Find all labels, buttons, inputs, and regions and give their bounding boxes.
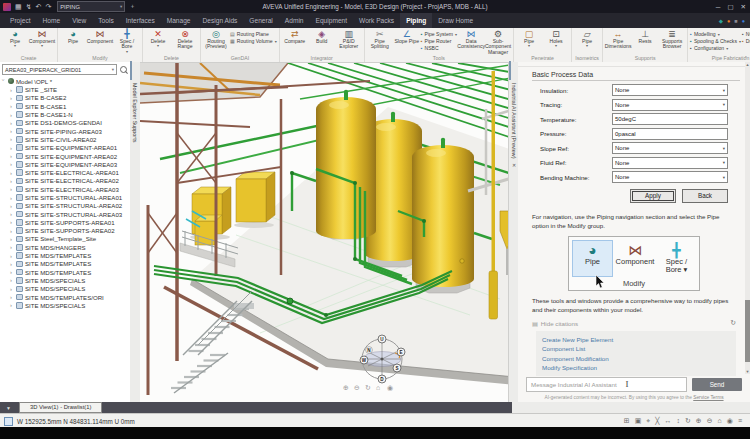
redo-icon[interactable]: ↷ [45,3,51,10]
orbit-icon[interactable]: ◉ [387,384,393,391]
configuration-button[interactable]: ▪Configuration▾ [690,45,741,51]
add-workspace-icon[interactable]: ＋ [129,3,135,10]
chevron-collapsed-icon[interactable]: › [10,170,14,176]
chevron-collapsed-icon[interactable]: › [10,302,14,308]
tab-general[interactable]: General [243,13,278,28]
scroll-up-icon[interactable]: ▲ [745,62,750,67]
citation-link[interactable]: Create New Pipe Element [542,335,730,344]
chevron-collapsed-icon[interactable]: › [10,103,14,109]
chevron-collapsed-icon[interactable]: › [10,136,14,142]
chevron-collapsed-icon[interactable]: › [10,236,14,242]
tree-item[interactable]: ›SITE MDS/TEMPLATES/ORI [2,293,130,301]
chevron-collapsed-icon[interactable]: › [10,277,14,283]
compass-south[interactable]: S [395,366,398,371]
penetrate-pipe-button[interactable]: ▢Pipe▾ [516,29,542,48]
scroll-down-icon[interactable]: ▼ [745,369,750,374]
diamond-status-icon[interactable]: ◆ [719,18,723,24]
undo-icon[interactable]: ↶ [36,3,42,10]
rotate-icon[interactable]: ↻ [685,417,691,425]
chevron-collapsed-icon[interactable]: › [10,211,14,217]
citation-link[interactable]: Modify Specification [542,363,730,372]
coordinate-lock-checkbox[interactable] [4,417,13,426]
tab-tools[interactable]: Tools [92,13,119,28]
holes-button[interactable]: ⊡Holes▾ [543,29,569,48]
tree-item[interactable]: ›SITE SITE-ELECTRICAL-AREA02 [2,177,130,185]
chevron-collapsed-icon[interactable]: › [10,120,14,126]
tree-item[interactable]: ›SITE SITE-PIPING-AREA03 [2,127,130,135]
spec-bore-tile[interactable]: ╋Spec / Bore ▾ [657,240,696,277]
chevron-collapsed-icon[interactable]: › [10,195,14,201]
chevron-collapsed-icon[interactable]: › [10,228,14,234]
compass-east[interactable]: E [399,350,402,355]
info-status-icon[interactable]: ● [742,18,745,24]
chevron-collapsed-icon[interactable]: › [10,128,14,134]
insulation-select[interactable]: None▾ [612,84,728,96]
pressure-input[interactable]: 0pascal [612,128,728,140]
tree-item[interactable]: ›SITE B-CASE2 [2,94,130,102]
chevron-collapsed-icon[interactable]: › [10,219,14,225]
component-modify-tile[interactable]: ⋈Component [616,240,655,277]
square-status-icon[interactable]: ■ [734,18,737,24]
nc-data-button[interactable]: ▪NC Data [742,31,750,37]
component-create-button[interactable]: ⋈Component▾ [29,29,55,48]
chevron-collapsed-icon[interactable]: › [10,294,14,300]
slope-pipe-button[interactable]: ∠Slope Pipe [394,29,420,44]
zoom-in-icon[interactable]: ⊕ [696,417,702,425]
chevron-collapsed-icon[interactable]: › [10,161,14,167]
save-icon[interactable]: ▦ [15,3,22,10]
routing-volume-button[interactable]: ▦Routing Volume▾ [230,38,277,44]
workspace-combo[interactable]: PIPING ▾ [57,1,125,12]
tree-item[interactable]: ›SITE SITE-EQUIPMENT-AREA02 [2,152,130,160]
restore-button[interactable]: ▢ [727,3,733,11]
tree-item[interactable]: ›SITE MDS/SPECIALS [2,276,130,284]
assistant-icon[interactable] [509,61,511,80]
tree-item[interactable]: ›SITE Steel_Template_Site [2,235,130,243]
tab-3d-view[interactable]: 3D View(1) - Drawlist(1) [19,402,102,413]
tab-home[interactable]: Home [37,13,67,28]
pipe-dimensions-button[interactable]: ↔Pipe Dimensions [605,29,631,50]
clip-icon[interactable]: ╳ [655,417,659,425]
citation-link[interactable]: Component List [542,344,730,353]
3d-viewport[interactable]: U D W S E N ⊕ ⊖ [140,62,508,403]
tree-item[interactable]: ›SITE MDS/TEMPLATES [2,260,130,268]
snapshot-icon[interactable]: ▣ [635,417,642,425]
tree-item[interactable]: ›SITE B-CASE1-N [2,110,130,118]
tree-item[interactable]: ›SITE B-CASE1 [2,102,130,110]
chevron-collapsed-icon[interactable]: › [10,203,14,209]
spooling-checks-button[interactable]: ▪Spooling & Checks▾ [690,38,741,44]
tab-equipment[interactable]: Equipment [310,13,354,28]
chevron-collapsed-icon[interactable]: › [10,269,14,275]
temperature-input[interactable]: 50degC [612,113,728,125]
tab-industrial-ai-assistant[interactable]: Industrial AI Assistant (Preview) [511,83,517,159]
nsbc-button[interactable]: ▪NSBC [421,45,457,51]
minimize-button[interactable]: ─ [716,3,721,10]
scrollbar-thumb[interactable] [745,300,750,362]
drawings-button[interactable]: ▪Drawings▾ [742,38,750,44]
chevron-collapsed-icon[interactable]: › [10,87,14,93]
tab-manage[interactable]: Manage [161,13,197,28]
pipe-system-button[interactable]: ▪Pipe System▾ [421,31,457,37]
pipe-splitting-button[interactable]: ✂Pipe Splitting [367,29,393,50]
chevron-expanded-icon[interactable]: › [1,79,7,83]
tracing-select[interactable]: None▾ [612,99,728,111]
modelling-button[interactable]: ▪Modelling▾ [690,31,741,37]
tree-item[interactable]: ›SITE MDS/SPECIALS [2,285,130,293]
chevron-collapsed-icon[interactable]: › [10,244,14,250]
regenerate-icon[interactable]: ↻ [730,319,736,327]
service-terms-link[interactable]: Service Terms [693,395,723,400]
zoom-out-icon[interactable]: ⊖ [354,384,360,391]
tree-item[interactable]: ›SITE SITE-SUPPORTS-AREA02 [2,227,130,235]
back-button[interactable]: Back [682,189,728,203]
pin-icon[interactable] [130,61,132,80]
tree-item[interactable]: ›SITE MDS/SPECIALS [2,301,130,309]
spec-bore-button[interactable]: ╋Spec / Bore▾ [114,29,140,54]
zoom-in-icon[interactable]: ⊕ [343,384,349,391]
compare-button[interactable]: ⇄Compare [282,29,308,44]
tree-item[interactable]: ›SITE SITE-SUPPORTS-AREA01 [2,218,130,226]
view-list-dropdown-icon[interactable]: ▼ [6,405,11,411]
zoom-out-icon[interactable]: ⊖ [707,417,713,425]
data-consistency-button[interactable]: ⋈Data Consistency [458,29,484,50]
chevron-collapsed-icon[interactable]: › [10,261,14,267]
refresh-view-icon[interactable]: ↻ [365,384,371,391]
circle-status-icon[interactable]: ● [727,18,730,24]
